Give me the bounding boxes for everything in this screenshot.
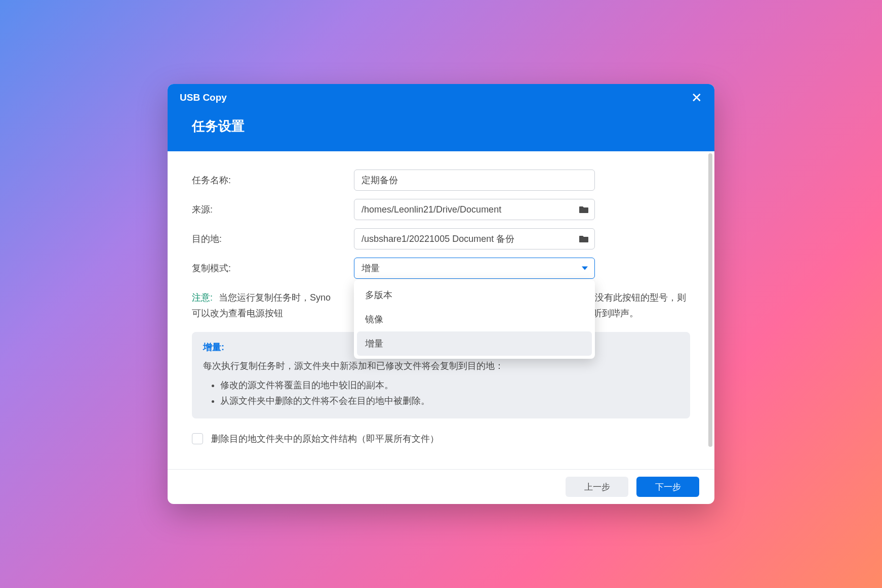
note-label: 注意: [192,292,213,303]
destination-input[interactable]: /usbshare1/20221005 Document 备份 [354,228,595,249]
flatten-label: 删除目的地文件夹中的原始文件结构（即平展所有文件） [211,433,439,445]
scrollbar[interactable] [708,153,712,447]
source-label: 来源: [192,203,354,216]
flatten-checkbox-row[interactable]: 删除目的地文件夹中的原始文件结构（即平展所有文件） [192,433,690,445]
copy-mode-select[interactable]: 增量 [354,258,595,279]
dropdown-option-incremental[interactable]: 增量 [357,331,592,356]
titlebar: USB Copy ✕ [168,84,714,111]
info-bullet: 从源文件夹中删除的文件将不会在目的地中被删除。 [220,393,679,409]
app-title: USB Copy [180,92,227,103]
row-copy-mode: 复制模式: 增量 多版本 镜像 增量 [192,258,690,279]
source-input[interactable]: /homes/Leonlin21/Drive/Document [354,199,595,220]
page-title: 任务设置 [192,118,245,134]
folder-icon[interactable] [579,205,589,214]
row-destination: 目的地: /usbshare1/20221005 Document 备份 [192,228,690,249]
chevron-down-icon [582,267,588,270]
page-header: 任务设置 [168,111,714,151]
footer: 上一步 下一步 [168,469,714,504]
dropdown-option-multi[interactable]: 多版本 [357,283,592,307]
folder-icon[interactable] [579,235,589,243]
next-button[interactable]: 下一步 [636,477,699,497]
info-body: 每次执行复制任务时，源文件夹中新添加和已修改文件将会复制到目的地： 修改的源文件… [203,358,679,409]
dropdown-option-mirror[interactable]: 镜像 [357,307,592,331]
row-source: 来源: /homes/Leonlin21/Drive/Document [192,199,690,220]
destination-label: 目的地: [192,233,354,245]
close-icon[interactable]: ✕ [691,91,702,104]
task-name-input[interactable] [354,170,595,191]
copy-mode-dropdown: 多版本 镜像 增量 [354,280,595,359]
row-task-name: 任务名称: [192,170,690,191]
prev-button[interactable]: 上一步 [566,477,628,497]
task-name-label: 任务名称: [192,174,354,186]
info-bullet: 修改的源文件将覆盖目的地中较旧的副本。 [220,377,679,394]
copy-mode-label: 复制模式: [192,262,354,274]
flatten-checkbox[interactable] [192,433,203,444]
dialog-window: USB Copy ✕ 任务设置 任务名称: 来源: /homes/Leonlin… [168,84,714,504]
content-area: 任务名称: 来源: /homes/Leonlin21/Drive/Documen… [168,151,714,469]
